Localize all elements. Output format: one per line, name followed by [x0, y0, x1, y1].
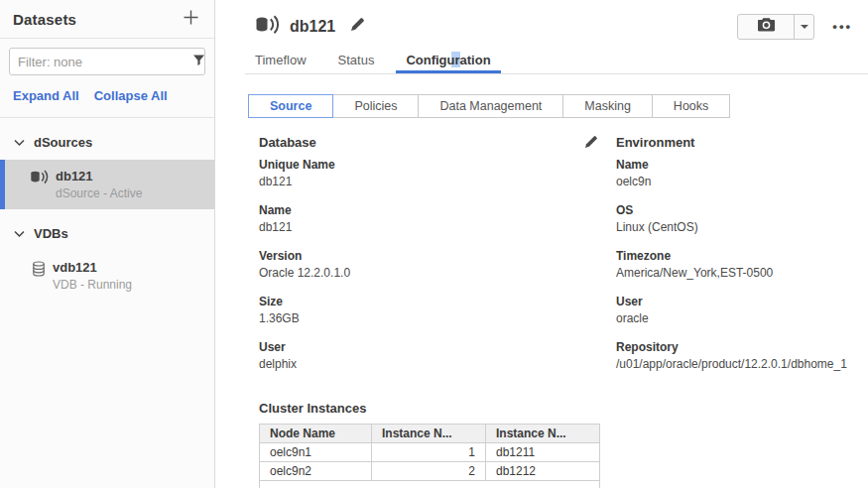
subtab-policies[interactable]: Policies: [333, 94, 419, 118]
tab-status[interactable]: Status: [328, 47, 385, 73]
cluster-instances-table: Node Name Instance N... Instance N... oe…: [259, 424, 600, 488]
snapshot-dropdown-button[interactable]: [794, 15, 813, 39]
field-env-user: User oracle: [616, 295, 868, 325]
field-size: Size 1.36GB: [259, 295, 616, 325]
field-env-name: Name oelc9n: [616, 158, 868, 188]
snapshot-split-button: [737, 14, 814, 40]
section-label: dSources: [34, 135, 92, 150]
main-header: db121: [215, 0, 868, 47]
pencil-icon[interactable]: [350, 17, 365, 36]
dataset-status: VDB - Running: [53, 278, 132, 292]
sidebar-section-dsources[interactable]: dSources: [0, 118, 214, 160]
dataset-name: db121: [56, 169, 142, 183]
dsource-icon: [30, 170, 49, 188]
cell-node-name: oelc9n2: [260, 462, 372, 481]
cell-instance-number: 1: [372, 443, 486, 462]
filter-funnel-icon[interactable]: [192, 53, 205, 70]
plus-icon: [183, 9, 199, 29]
field-name: Name db121: [259, 203, 616, 234]
tree-controls: Expand All Collapse All: [0, 75, 214, 118]
section-label: VDBs: [34, 226, 68, 241]
environment-section: Environment Name oelc9n OS Linux (CentOS…: [616, 135, 868, 386]
dataset-status: dSource - Active: [56, 186, 142, 200]
chevron-down-icon: [14, 224, 25, 242]
field-os: OS Linux (CentOS): [616, 203, 868, 234]
database-section: Database Unique Name db121 Name db121 Ve…: [259, 135, 616, 386]
more-options-button[interactable]: •••: [832, 20, 852, 33]
field-repository: Repository /u01/app/oracle/product/12.2.…: [616, 340, 868, 371]
camera-button[interactable]: [738, 15, 794, 39]
field-db-user: User delphix: [259, 340, 616, 371]
field-version: Version Oracle 12.2.0.1.0: [259, 249, 616, 280]
table-row: oelc9n2 2 db1212: [260, 462, 600, 481]
cell-instance-name: db1212: [486, 462, 600, 481]
table-header-row: Node Name Instance N... Instance N...: [260, 425, 600, 443]
tab-bar: Timeflow Status Configuration: [245, 47, 868, 74]
cell-instance-number: 2: [372, 462, 486, 481]
column-header-instance-number: Instance N...: [372, 425, 486, 443]
cluster-instances-section: Cluster Instances Node Name Instance N..…: [259, 401, 868, 488]
subtab-data-management[interactable]: Data Management: [419, 94, 563, 118]
chevron-down-icon: [14, 133, 25, 151]
vdb-icon: [32, 261, 46, 281]
environment-heading: Environment: [616, 135, 868, 150]
subtab-masking[interactable]: Masking: [563, 94, 653, 118]
configuration-subtabs: Source Policies Data Management Masking …: [248, 94, 868, 118]
field-timezone: Timezone America/New_York,EST-0500: [616, 249, 868, 280]
source-details: Database Unique Name db121 Name db121 Ve…: [259, 135, 868, 386]
datasets-sidebar: Datasets Expand All Collapse All dSource…: [0, 0, 215, 488]
column-header-instance-name: Instance N...: [486, 425, 600, 443]
tab-timeflow[interactable]: Timeflow: [245, 47, 316, 73]
app-window: Datasets Expand All Collapse All dSource…: [0, 0, 868, 488]
dsource-icon: [255, 15, 280, 39]
column-header-node-name: Node Name: [260, 425, 372, 443]
sidebar-item-db121[interactable]: db121 dSource - Active: [0, 160, 214, 209]
collapse-all-link[interactable]: Collapse All: [94, 88, 168, 103]
dataset-filter-box: [9, 48, 205, 75]
expand-all-link[interactable]: Expand All: [13, 88, 79, 103]
table-row: oelc9n1 1 db1211: [260, 443, 600, 462]
cell-instance-name: db1211: [486, 443, 600, 462]
caret-down-icon: [801, 25, 808, 29]
main-panel: db121: [215, 0, 868, 488]
tab-configuration[interactable]: Configuration: [396, 47, 500, 73]
subtab-hooks[interactable]: Hooks: [653, 94, 730, 118]
database-heading: Database: [259, 135, 316, 150]
dataset-filter-input[interactable]: [18, 55, 192, 69]
camera-icon: [757, 17, 776, 36]
subtab-source[interactable]: Source: [248, 94, 333, 118]
page-title: db121: [290, 18, 335, 36]
dataset-name: vdb121: [53, 260, 132, 275]
sidebar-title: Datasets: [13, 11, 76, 28]
sidebar-section-vdbs[interactable]: VDBs: [0, 209, 214, 251]
sidebar-header: Datasets: [0, 0, 214, 39]
sidebar-item-vdb121[interactable]: vdb121 VDB - Running: [0, 251, 214, 301]
add-dataset-button[interactable]: [181, 7, 201, 31]
table-empty-row: [260, 481, 600, 488]
header-actions: •••: [737, 14, 860, 40]
field-unique-name: Unique Name db121: [259, 158, 616, 188]
cluster-instances-heading: Cluster Instances: [259, 401, 868, 416]
cell-node-name: oelc9n1: [260, 443, 372, 462]
pencil-icon[interactable]: [584, 135, 598, 153]
